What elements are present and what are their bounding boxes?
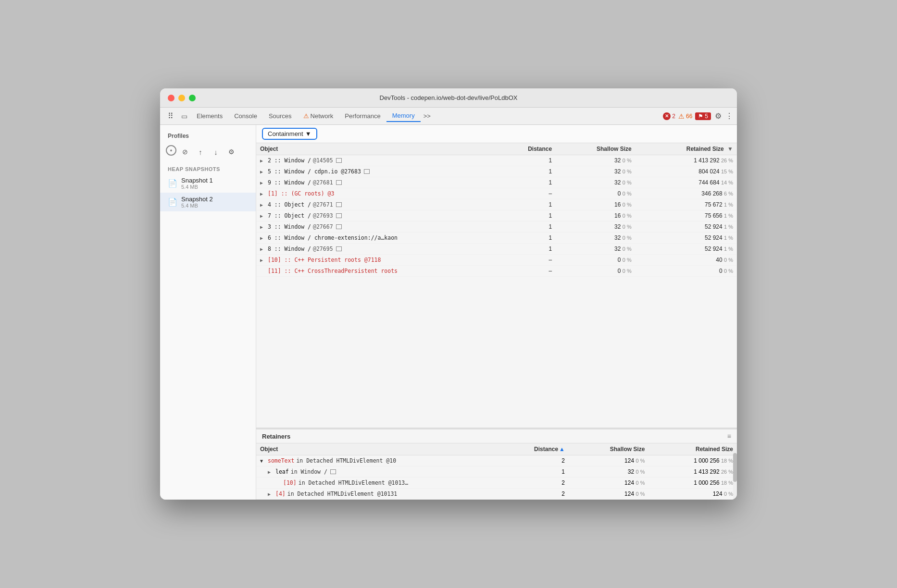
- scrollbar-thumb[interactable]: [733, 453, 737, 482]
- shallow-cell: 32 0 %: [556, 244, 635, 255]
- ret-obj-cell: [10] in Detached HTMLDivElement @1013…: [256, 478, 497, 489]
- retained-cell: 0 0 %: [635, 266, 737, 277]
- expand-arrow-icon[interactable]: ▶: [260, 158, 266, 163]
- expand-arrow-icon[interactable]: ▶: [260, 257, 266, 263]
- ret-context-label: in Detached HTMLDivElement @1013…: [299, 479, 408, 486]
- table-row: ▶[10] :: C++ Persistent roots @7118–0 0 …: [256, 255, 737, 266]
- upload-icon[interactable]: ↑: [194, 145, 207, 159]
- ret-retained-cell: 124 0 %: [648, 489, 737, 500]
- close-button[interactable]: [168, 95, 174, 101]
- obj-ref: @27695: [313, 245, 333, 252]
- col-distance: Distance: [497, 143, 556, 155]
- record-icon[interactable]: ●: [166, 145, 176, 156]
- ret-obj-label: leaf: [275, 468, 289, 475]
- content-area: Containment ▼ Object Distance Shallow Si…: [256, 125, 737, 500]
- tab-memory[interactable]: Memory: [386, 110, 421, 122]
- expand-arrow-icon[interactable]: ▶: [260, 224, 266, 230]
- expand-arrow-icon[interactable]: ▶: [268, 469, 274, 475]
- shallow-cell: 0 0 %: [556, 255, 635, 266]
- obj-label: 7 :: Object /: [268, 212, 311, 219]
- obj-label: [11] :: C++ CrossThreadPersistent roots: [268, 268, 398, 274]
- more-options-icon[interactable]: ⋮: [725, 111, 733, 121]
- filter-icon[interactable]: ⚙: [224, 145, 238, 159]
- table-row: ▶6 :: Window / chrome-extension://a…kaon…: [256, 233, 737, 244]
- obj-cell: ▶6 :: Window / chrome-extension://a…kaon: [256, 233, 497, 244]
- distance-cell: –: [497, 266, 556, 277]
- shallow-cell: 32 0 %: [556, 221, 635, 233]
- col-object: Object: [256, 143, 497, 155]
- shallow-cell: 32 0 %: [556, 233, 635, 244]
- distance-cell: 1: [497, 166, 556, 177]
- retainers-table: Object Distance▲ Shallow Size Retained S…: [256, 443, 737, 500]
- table-row: ▶4 :: Object / @27671116 0 %75 672 1 %: [256, 199, 737, 210]
- tab-elements[interactable]: Elements: [191, 110, 228, 122]
- table-row: ▶7 :: Object / @27693116 0 %75 656 1 %: [256, 210, 737, 221]
- network-warning-icon: ⚠: [303, 112, 309, 120]
- expand-arrow-icon[interactable]: ▶: [260, 246, 266, 252]
- distance-cell: 1: [497, 210, 556, 221]
- table-row: [11] :: C++ CrossThreadPersistent roots–…: [256, 266, 737, 277]
- expand-arrow-icon[interactable]: ▶: [260, 235, 266, 241]
- retained-cell: 52 924 1 %: [635, 244, 737, 255]
- ret-shallow-cell: 32 0 %: [569, 466, 648, 478]
- shallow-cell: 16 0 %: [556, 199, 635, 210]
- element-box-icon: [336, 180, 342, 185]
- element-box-icon: [336, 202, 342, 207]
- ret-shallow-cell: 124 0 %: [569, 478, 648, 489]
- expand-arrow-icon[interactable]: ▶: [260, 169, 266, 174]
- element-box-icon: [336, 246, 342, 251]
- obj-label: 3 :: Window /: [268, 223, 311, 230]
- inspect-icon[interactable]: ⠿: [164, 110, 177, 123]
- containment-dropdown[interactable]: Containment ▼: [262, 128, 317, 140]
- obj-cell: ▶3 :: Window / @27667: [256, 221, 497, 233]
- distance-cell: 1: [497, 199, 556, 210]
- device-icon[interactable]: ▭: [177, 110, 191, 123]
- tab-console[interactable]: Console: [228, 110, 263, 122]
- obj-label: 9 :: Window /: [268, 179, 311, 186]
- tab-network[interactable]: ⚠ Network: [298, 110, 339, 122]
- tab-sources[interactable]: Sources: [263, 110, 298, 122]
- retainers-title: Retainers: [262, 433, 290, 440]
- obj-label: 4 :: Object /: [268, 201, 311, 208]
- tab-more[interactable]: >>: [421, 110, 434, 122]
- tab-bar: ⠿ ▭ Elements Console Sources ⚠ Network P…: [160, 108, 737, 125]
- ret-context-label: in Window /: [291, 468, 327, 475]
- minimize-button[interactable]: [178, 95, 185, 101]
- obj-ref: @14505: [313, 157, 333, 164]
- retained-cell: 52 924 1 %: [635, 233, 737, 244]
- expand-arrow-icon[interactable]: ▶: [260, 180, 266, 185]
- expand-arrow-icon[interactable]: ▶: [260, 213, 266, 219]
- snapshot-2-info: Snapshot 2 5.4 MB: [181, 196, 213, 208]
- obj-label: 8 :: Window /: [268, 245, 311, 252]
- window-title: DevTools - codepen.io/web-dot-dev/live/P…: [380, 94, 518, 101]
- maximize-button[interactable]: [189, 95, 196, 101]
- shallow-cell: 32 0 %: [556, 177, 635, 188]
- ret-obj-cell: ▼someText in Detached HTMLDivElement @10: [256, 455, 497, 466]
- tab-performance[interactable]: Performance: [339, 110, 386, 122]
- col-retained: Retained Size ▼: [635, 143, 737, 155]
- obj-cell: [11] :: C++ CrossThreadPersistent roots: [256, 266, 497, 277]
- retained-cell: 346 268 6 %: [635, 188, 737, 199]
- expand-arrow-icon[interactable]: ▶: [268, 491, 274, 497]
- element-box-icon: [336, 158, 342, 163]
- snapshot-1-item[interactable]: 📄 Snapshot 1 5.4 MB: [160, 174, 256, 193]
- clear-icon[interactable]: ⊘: [178, 145, 192, 159]
- scrollbar[interactable]: [733, 443, 737, 500]
- ret-obj-cell: ▶[4] in Detached HTMLDivElement @10131: [256, 489, 497, 500]
- shallow-cell: 32 0 %: [556, 166, 635, 177]
- containment-label: Containment: [268, 130, 303, 137]
- obj-label: 5 :: Window / cdpn.io @27683: [268, 168, 361, 175]
- expand-arrow-icon[interactable]: ▶: [260, 202, 266, 208]
- retainers-table-container[interactable]: Object Distance▲ Shallow Size Retained S…: [256, 443, 737, 500]
- settings-icon[interactable]: ⚙: [715, 111, 722, 121]
- snapshot-2-item[interactable]: 📄 Snapshot 2 5.4 MB: [160, 193, 256, 211]
- titlebar: DevTools - codepen.io/web-dot-dev/live/P…: [160, 88, 737, 108]
- download-icon[interactable]: ↓: [209, 145, 223, 159]
- dropdown-arrow-icon: ▼: [305, 130, 311, 137]
- error-icon: ✕: [663, 112, 671, 120]
- expand-arrow-icon[interactable]: ▼: [260, 458, 266, 464]
- main-table-container[interactable]: Object Distance Shallow Size Retained Si…: [256, 143, 737, 429]
- expand-arrow-icon[interactable]: ▶: [260, 191, 266, 196]
- table-row: ▶5 :: Window / cdpn.io @27683132 0 %804 …: [256, 166, 737, 177]
- table-row: ▶[1] :: (GC roots) @3–0 0 %346 268 6 %: [256, 188, 737, 199]
